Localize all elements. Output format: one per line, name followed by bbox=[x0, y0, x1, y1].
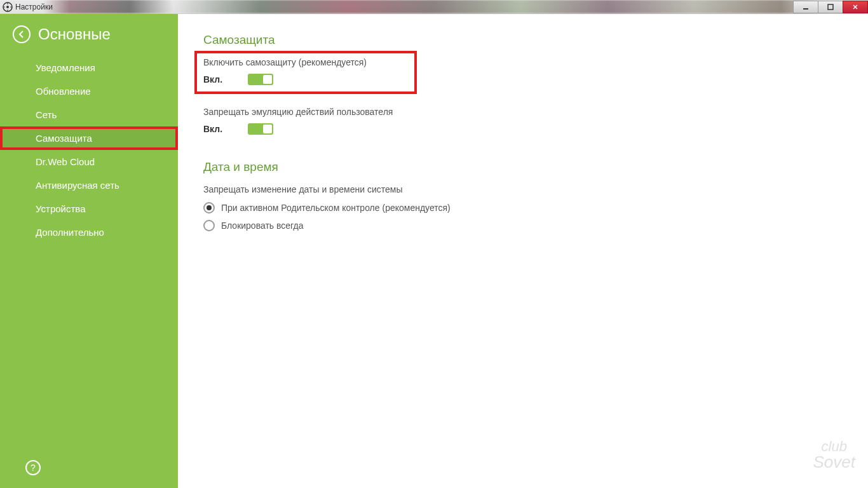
radio-block-always[interactable]: Блокировать всегда bbox=[203, 220, 843, 231]
radio-parental-control[interactable]: При активном Родительском контроле (реко… bbox=[203, 202, 843, 214]
minimize-button[interactable] bbox=[793, 1, 818, 13]
toggle-state: Вкл. bbox=[203, 124, 222, 134]
setting-label: Включить самозащиту (рекомендуется) bbox=[203, 57, 408, 67]
sidebar: Основные Уведомления Обновление Сеть Сам… bbox=[0, 14, 178, 488]
app-icon bbox=[3, 2, 13, 12]
sidebar-item-update[interactable]: Обновление bbox=[0, 79, 178, 103]
toggle-selfprotection[interactable] bbox=[248, 74, 273, 85]
main-content: Самозащита Включить самозащиту (рекоменд… bbox=[178, 14, 868, 488]
radio-label: Блокировать всегда bbox=[221, 220, 304, 231]
setting-enable-selfprotection: Включить самозащиту (рекомендуется) Вкл. bbox=[194, 51, 417, 94]
window-titlebar: Настройки bbox=[0, 0, 868, 14]
radio-icon bbox=[203, 202, 215, 214]
radio-icon bbox=[203, 220, 215, 231]
help-button[interactable]: ? bbox=[25, 460, 41, 475]
setting-label: Запрещать изменение даты и времени систе… bbox=[203, 184, 843, 194]
svg-point-1 bbox=[6, 6, 9, 8]
sidebar-item-cloud[interactable]: Dr.Web Cloud bbox=[0, 150, 178, 173]
svg-rect-7 bbox=[828, 4, 833, 10]
setting-block-emulation: Запрещать эмуляцию действий пользователя… bbox=[203, 107, 843, 135]
close-button[interactable] bbox=[843, 1, 868, 13]
svg-rect-6 bbox=[803, 8, 808, 10]
toggle-emulation[interactable] bbox=[248, 123, 273, 135]
sidebar-title: Основные bbox=[38, 25, 111, 43]
window-title: Настройки bbox=[15, 3, 53, 11]
back-button[interactable] bbox=[13, 25, 31, 43]
toggle-state: Вкл. bbox=[203, 74, 222, 85]
sidebar-item-avnetwork[interactable]: Антивирусная сеть bbox=[0, 173, 178, 197]
sidebar-item-selfprotection[interactable]: Самозащита bbox=[0, 126, 178, 150]
sidebar-item-notifications[interactable]: Уведомления bbox=[0, 56, 178, 79]
section-title-selfprotection: Самозащита bbox=[203, 33, 843, 47]
section-title-datetime: Дата и время bbox=[203, 160, 843, 174]
sidebar-item-devices[interactable]: Устройства bbox=[0, 197, 178, 220]
maximize-button[interactable] bbox=[818, 1, 843, 13]
watermark: club Sovet bbox=[813, 441, 856, 472]
setting-label: Запрещать эмуляцию действий пользователя bbox=[203, 107, 843, 117]
sidebar-item-additional[interactable]: Дополнительно bbox=[0, 220, 178, 244]
radio-label: При активном Родительском контроле (реко… bbox=[221, 203, 451, 213]
sidebar-item-network[interactable]: Сеть bbox=[0, 103, 178, 126]
